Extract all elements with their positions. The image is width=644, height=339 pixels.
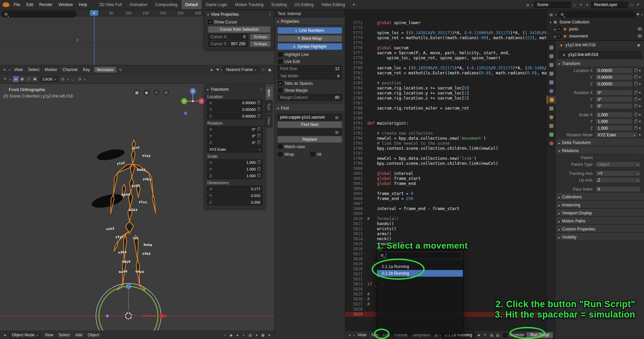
- properties-tab-world[interactable]: [547, 87, 556, 95]
- chevron-down-icon[interactable]: [555, 12, 556, 17]
- properties-tab-object[interactable]: [547, 96, 556, 104]
- checkbox-icon[interactable]: [278, 88, 282, 92]
- collection-checkbox[interactable]: [557, 34, 561, 38]
- new-layer-icon[interactable]: [629, 2, 634, 7]
- vertex-mode-icon[interactable]: [13, 76, 19, 82]
- code-line[interactable]: 3798 newCol = bpy.data.collections.new('…: [345, 156, 546, 161]
- code-line[interactable]: 3793 # create new collection: [345, 131, 546, 136]
- lock-icon[interactable]: [634, 127, 637, 130]
- axis-navigation-gizmo[interactable]: Z Y X: [179, 86, 208, 117]
- footer-menu-item[interactable]: Select: [56, 333, 72, 337]
- filter-icon[interactable]: [216, 69, 219, 71]
- collapsed-section-header[interactable]: Custom Properties: [556, 225, 644, 232]
- editor-type-icon[interactable]: [548, 12, 554, 17]
- checkbox-icon[interactable]: [278, 81, 282, 85]
- code-line[interactable]: 3792: [345, 126, 546, 131]
- object-name-field[interactable]: y1y2.link.left.018: [558, 51, 641, 58]
- transform-property-row[interactable]: Z 1.000: [556, 125, 644, 131]
- code-line[interactable]: 3807: [345, 201, 546, 206]
- tab-width-field[interactable]: Tab Width: 4: [277, 73, 342, 79]
- collapse-icon[interactable]: [207, 12, 209, 17]
- workspace-tab[interactable]: Video Editing: [318, 0, 349, 9]
- animate-icon[interactable]: [639, 105, 641, 107]
- dimension-field[interactable]: Y: 0.015: [207, 193, 263, 199]
- code-line[interactable]: 3789: [345, 111, 546, 116]
- code-line[interactable]: 3786 sacrum.rig.location.z += sacrum_loc…: [345, 96, 546, 101]
- code-line[interactable]: 3801 global interval: [345, 171, 546, 176]
- workspace-tab[interactable]: +: [349, 0, 359, 9]
- workspace-tab[interactable]: Default: [181, 0, 202, 9]
- lock-icon[interactable]: [634, 69, 637, 72]
- all-checkbox[interactable]: All: [310, 151, 342, 157]
- blender-logo[interactable]: [3, 2, 9, 7]
- users-count-icon[interactable]: [476, 332, 482, 338]
- workspace-tab[interactable]: Game Logic: [202, 0, 231, 9]
- collapsed-section-header[interactable]: Viewport Display: [556, 209, 644, 216]
- delta-transform-section-header[interactable]: Delta Transform: [556, 139, 644, 146]
- properties-tab-constraints[interactable]: [547, 122, 556, 130]
- animate-icon[interactable]: [639, 98, 641, 100]
- code-line[interactable]: 3782: [345, 76, 546, 81]
- expand-icon[interactable]: [558, 227, 560, 231]
- scene-selector[interactable]: Scene: [534, 2, 571, 8]
- code-line[interactable]: 3797: [345, 151, 546, 156]
- xray-icon[interactable]: ▦: [260, 332, 266, 338]
- lock-icon[interactable]: [257, 141, 260, 144]
- checkbox[interactable]: Highlight Line: [277, 51, 342, 58]
- cursor-y-field[interactable]: Cursor Y: 957.255: [208, 41, 248, 47]
- animate-icon[interactable]: [639, 92, 641, 93]
- lock-icon[interactable]: [634, 98, 637, 101]
- hide-in-viewport-icon[interactable]: [637, 27, 642, 30]
- unlink-icon[interactable]: [482, 332, 488, 338]
- checkbox-icon[interactable]: [208, 20, 212, 24]
- new-scene-icon[interactable]: [572, 2, 577, 7]
- menu-item[interactable]: Edit: [23, 0, 36, 9]
- transform-property-row[interactable]: Rotation X 0°: [556, 89, 644, 96]
- toggle-button[interactable]: A Syntax Highlight: [277, 43, 342, 50]
- to-keys-button[interactable]: To Keys: [250, 41, 271, 47]
- gizmo-y-label[interactable]: Y: [183, 99, 185, 103]
- viewport-3d[interactable]: y1o1o1a2y1y2ba5dy2b3b263bo5dy1o1b263o1b2…: [0, 84, 274, 331]
- header-menu-item[interactable]: Marker: [42, 67, 60, 72]
- popup-search-input[interactable]: [378, 252, 462, 259]
- workspace-tab[interactable]: UV Editing: [291, 0, 318, 9]
- find-input[interactable]: joint.copper.y1o1.sacrum: [277, 114, 342, 121]
- properties-tab-render[interactable]: [547, 52, 556, 60]
- code-line[interactable]: 3778 spine_loc, spine_rot, spine_upper, …: [345, 56, 546, 61]
- rotation-field[interactable]: Z: 0°: [207, 140, 263, 146]
- collapse-icon[interactable]: [277, 19, 279, 24]
- rotation-mode-row[interactable]: Rotation Mode XYZ Euler: [556, 132, 644, 138]
- lock-icon[interactable]: [257, 168, 260, 171]
- expand-icon[interactable]: [558, 140, 560, 145]
- find-next-button[interactable]: Find Next: [277, 121, 342, 128]
- cursor-x-field[interactable]: Cursor X: 0: [208, 34, 248, 40]
- collection-checkbox[interactable]: [557, 27, 561, 31]
- normalize-button[interactable]: Normalize: [94, 67, 117, 73]
- properties-tab-output[interactable]: [547, 61, 556, 69]
- code-line[interactable]: 3796 bpy.context.scene.collection.childr…: [345, 146, 546, 151]
- lock-icon[interactable]: [257, 161, 260, 164]
- checkbox[interactable]: Live Edit: [277, 58, 342, 65]
- bookmark-icon[interactable]: [334, 115, 339, 120]
- code-line[interactable]: 3772: [345, 25, 546, 30]
- lock-icon[interactable]: [634, 120, 637, 123]
- rotation-mode-dropdown[interactable]: XYZ Euler: [595, 132, 637, 138]
- code-line[interactable]: 3808 interval = frame_end - frame_start: [345, 206, 546, 211]
- code-line[interactable]: 3790: [345, 116, 546, 121]
- gizmo-z-label[interactable]: Z: [192, 89, 194, 93]
- code-line[interactable]: 3812 wrists(): [345, 226, 546, 231]
- renderlayer-selector[interactable]: RenderLayer: [591, 2, 628, 8]
- animate-icon[interactable]: [639, 83, 641, 85]
- solid-shading-icon[interactable]: ◉: [228, 332, 234, 338]
- element-mode-icon[interactable]: [32, 76, 38, 82]
- relation-property-row[interactable]: Parent: [556, 154, 644, 161]
- transform-section-header[interactable]: Transform: [556, 60, 644, 67]
- graph-search-input[interactable]: [1, 11, 76, 17]
- collapsed-section-header[interactable]: Motion Paths: [556, 217, 644, 224]
- workspace-tab[interactable]: Compositing: [151, 0, 181, 9]
- header-menu-item[interactable]: Select: [25, 67, 42, 72]
- movement-option[interactable]: 2.1.1a Running: [377, 263, 463, 270]
- transform-property-row[interactable]: Y 0.00000: [556, 74, 644, 80]
- code-line[interactable]: 3805 frame_start = 0: [345, 191, 546, 196]
- dimension-field[interactable]: Z: 0.200: [207, 199, 263, 205]
